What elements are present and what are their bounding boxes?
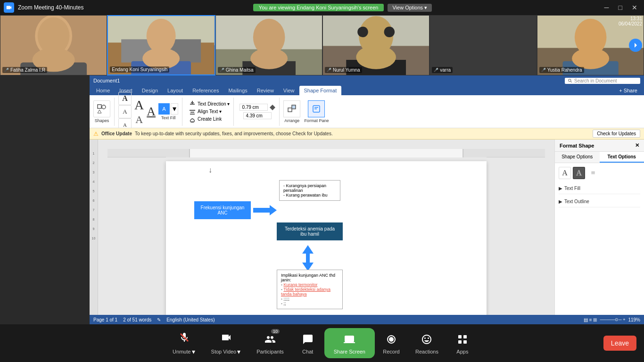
share-screen-icon	[342, 332, 357, 347]
participant-thumb-4[interactable]: 🎤 Nurul Yumna	[322, 15, 429, 75]
word-ribbon-tabs: Home Insert Design Layout References Mai…	[90, 86, 644, 95]
reactions-button[interactable]: Reactions	[408, 328, 446, 358]
svg-rect-61	[463, 340, 467, 344]
word-body: 1 2 3 4 5 6 7 8 9 10	[90, 140, 644, 315]
format-pane-button[interactable]	[308, 100, 325, 117]
share-button[interactable]: + Share	[614, 86, 642, 95]
main-content: Document1 Search in Document Home Insert…	[0, 75, 644, 324]
reactions-icon	[419, 332, 434, 347]
svg-point-21	[357, 27, 368, 38]
tab-mailings[interactable]: Mailings	[223, 86, 252, 95]
check-updates-button[interactable]: Check for Updates	[593, 130, 640, 138]
participant-video-2	[108, 16, 214, 74]
align-text-button[interactable]: Align Text ▾	[189, 108, 222, 115]
zoom-taskbar: Unmute ▾ Stop Video ▾ 10 Participants	[0, 324, 644, 362]
close-format-panel[interactable]: ✕	[635, 142, 639, 148]
screen-share-banner: You are viewing Endang Koni Suryaningsih…	[253, 4, 384, 11]
diagram-box-2[interactable]: - Kurangnya persiapan persalinan- Kurang…	[279, 180, 340, 201]
participant-thumb-1[interactable]: 🎤 Fatiha Zalma I.R	[0, 15, 107, 75]
word-search-box[interactable]: Search in Document	[565, 78, 640, 84]
next-participants-button[interactable]	[629, 39, 642, 52]
tab-home[interactable]: Home	[91, 86, 115, 95]
text-format-group: A A A A A A A ▾	[118, 98, 182, 126]
svg-point-30	[572, 48, 609, 69]
text-fill-dropdown[interactable]: ▾	[171, 103, 178, 115]
text-direction-button[interactable]: Text Direction ▾	[189, 101, 230, 107]
participant-video-5	[430, 16, 536, 75]
tab-references[interactable]: References	[188, 86, 223, 95]
tab-shape-format[interactable]: Shape Format	[299, 86, 342, 95]
shapes-button[interactable]	[93, 100, 110, 117]
title-bar-left: Zoom Meeting 40-Minutes	[4, 2, 83, 13]
shape-options-tab[interactable]: Shape Options	[555, 152, 600, 163]
tab-review[interactable]: Review	[252, 86, 279, 95]
tab-view[interactable]: View	[279, 86, 299, 95]
shapes-group: Shapes	[93, 98, 115, 126]
arrange-button[interactable]	[283, 100, 300, 117]
status-right: ▤ ≡ ⊞ ─────⊙─ + 119%	[584, 317, 640, 322]
diagram-box-4[interactable]: Implikasi kunjungan ANC thd janin: - Kur…	[277, 270, 343, 309]
svg-rect-60	[458, 340, 462, 344]
close-button[interactable]: ✕	[629, 4, 640, 11]
format-panel-header: Format Shape ✕	[555, 140, 644, 152]
unmute-chevron[interactable]: ▾	[191, 347, 196, 356]
leave-button[interactable]: Leave	[603, 336, 636, 351]
participant-thumb-2[interactable]: Endang Koni Suryaningsih	[107, 15, 215, 75]
record-button[interactable]: Record	[375, 328, 408, 358]
unmute-button[interactable]: Unmute ▾	[165, 326, 204, 360]
apps-button[interactable]: Apps	[446, 328, 479, 358]
text-a-underline[interactable]: A	[147, 105, 156, 119]
participant-name-5: 🎤 varra	[432, 67, 453, 73]
participants-count: 10	[271, 329, 280, 334]
zoom-logo	[4, 2, 14, 13]
view-icons: ▤ ≡ ⊞	[584, 317, 597, 322]
svg-rect-39	[190, 110, 195, 111]
text-outline-header[interactable]: ▶ Text Outline	[559, 198, 640, 205]
stop-video-chevron[interactable]: ▾	[236, 347, 241, 356]
view-options-button[interactable]: View Options ▾	[388, 4, 432, 12]
share-screen-button[interactable]: Share Screen	[324, 328, 375, 358]
text-options-tab[interactable]: Text Options	[600, 152, 644, 163]
svg-rect-41	[190, 114, 195, 115]
tab-design[interactable]: Design	[137, 86, 163, 95]
document-area[interactable]: ↓ Frekuensi kunjungan ANC	[98, 140, 554, 315]
update-message: ⚠ Office Update To keep up-to-date with …	[93, 131, 333, 137]
minimize-button[interactable]: ─	[602, 4, 612, 11]
create-link-button[interactable]: Create Link	[189, 116, 222, 123]
tab-layout[interactable]: Layout	[163, 86, 188, 95]
word-toolbar: Shapes A A A A A A	[90, 95, 644, 128]
diagram-box-3[interactable]: Terdeteksi anemia pada ibu hamil	[277, 222, 343, 240]
mic-muted-icon-6: 🎤	[541, 68, 546, 72]
text-fill-header[interactable]: ▶ Text Fill	[559, 185, 640, 192]
format-shape-panel: Format Shape ✕ Shape Options Text Option…	[554, 140, 644, 315]
clock: 13:31 06/04/2022	[619, 16, 642, 26]
participant-name-2: Endang Koni Suryaningsih	[110, 66, 169, 73]
horizontal-ruler	[107, 149, 545, 157]
participants-button[interactable]: 10 Participants	[249, 328, 291, 358]
expand-icon: ▶	[559, 186, 562, 191]
word-window: Document1 Search in Document Home Insert…	[90, 75, 644, 324]
height-input[interactable]	[239, 104, 268, 111]
participant-thumb-3[interactable]: 🎤 Ghina Maitsa	[215, 15, 322, 75]
vertical-ruler: 1 2 3 4 5 6 7 8 9 10	[90, 140, 98, 315]
participant-thumb-5[interactable]: 🎤 varra	[429, 15, 537, 75]
chat-button[interactable]: Chat	[291, 328, 324, 358]
text-a-medium: A	[135, 114, 143, 126]
stop-video-button[interactable]: Stop Video ▾	[204, 326, 249, 360]
text-color-btn-a[interactable]: A	[559, 167, 571, 179]
text-box-a2[interactable]: A	[118, 105, 132, 118]
shapes-label: Shapes	[95, 118, 109, 123]
language-indicator: English (United States)	[166, 317, 215, 322]
text-effect-btn[interactable]: ≡	[587, 167, 599, 179]
svg-point-22	[384, 27, 395, 38]
text-fill-color[interactable]: A	[158, 103, 170, 115]
svg-rect-44	[292, 105, 296, 109]
diagram-box-1[interactable]: Frekuensi kunjungan ANC	[194, 201, 251, 219]
tab-insert[interactable]: Insert	[115, 86, 137, 95]
maximize-button[interactable]: □	[616, 4, 625, 11]
arrow-updown	[299, 245, 316, 273]
width-input[interactable]	[243, 112, 272, 119]
word-page[interactable]: ↓ Frekuensi kunjungan ANC	[166, 161, 487, 315]
svg-marker-42	[270, 105, 275, 110]
text-outline-btn-a[interactable]: A	[573, 167, 585, 179]
